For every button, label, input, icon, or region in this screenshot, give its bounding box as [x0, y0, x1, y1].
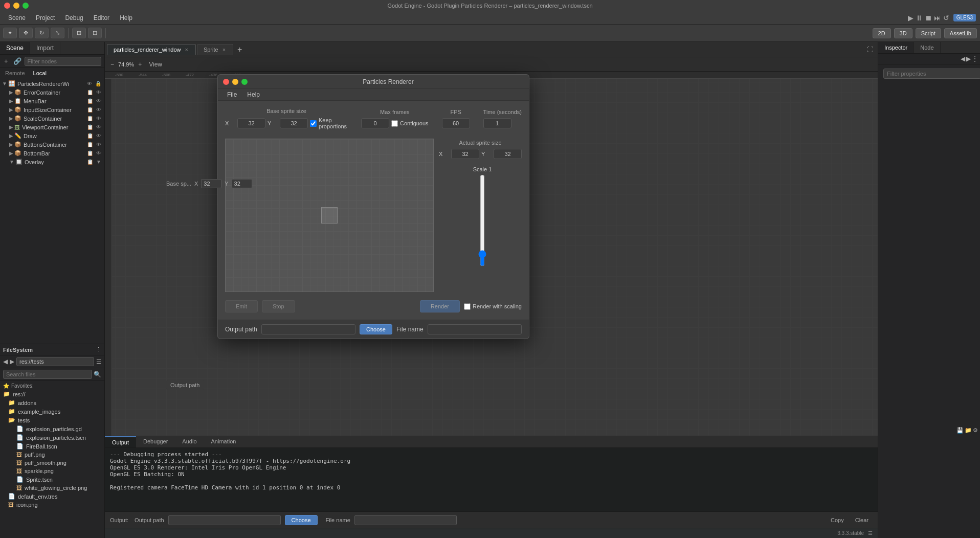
- emit-button[interactable]: Emit: [225, 300, 258, 312]
- dialog-menu-help[interactable]: Help: [242, 89, 265, 100]
- scene-add-btn[interactable]: +: [2, 56, 10, 66]
- zoom-minus-btn[interactable]: −: [108, 60, 117, 69]
- menu-help[interactable]: Help: [116, 13, 137, 23]
- step-button[interactable]: ⏭: [934, 14, 941, 22]
- dialog-canvas[interactable]: [225, 139, 434, 292]
- actual-x-input[interactable]: [451, 149, 479, 159]
- minimize-button[interactable]: [13, 3, 19, 9]
- toolbar-snap[interactable]: ⊞: [72, 28, 86, 38]
- fps-input[interactable]: [442, 118, 470, 128]
- fs-item-sprite-tscn[interactable]: 📄 Sprite.tscn: [0, 475, 104, 484]
- tab-sprite[interactable]: Sprite ×: [197, 44, 233, 55]
- inspector-save-btn[interactable]: 💾: [956, 427, 964, 434]
- output-tab-output[interactable]: Output: [105, 436, 136, 447]
- tab-particles-renderer[interactable]: particles_renderer_window ×: [107, 44, 196, 55]
- fs-item-explosion-gd[interactable]: 📄 explosion_particles.gd: [0, 424, 104, 433]
- tab-node[interactable]: Node: [914, 42, 940, 53]
- bottom-choose-button[interactable]: Choose: [285, 515, 318, 525]
- tree-item-buttons[interactable]: ▶ 📦 ButtonsContainer 📋👁: [0, 140, 104, 149]
- toolbar-grid[interactable]: ⊟: [88, 28, 102, 38]
- dialog-close-btn[interactable]: [223, 79, 229, 85]
- tree-item-viewport[interactable]: ▶ 🖼 ViewportContainer 📋👁: [0, 123, 104, 131]
- tab-remote[interactable]: Remote: [3, 70, 27, 77]
- output-tab-animation[interactable]: Animation: [204, 436, 243, 447]
- tree-item-scale[interactable]: ▶ 📦 ScaleContainer 📋👁: [0, 114, 104, 123]
- fullscreen-btn[interactable]: ⛶: [864, 45, 876, 54]
- scene-link-btn[interactable]: 🔗: [11, 56, 24, 66]
- tree-item-inputsize[interactable]: ▶ 📦 InputSizeContainer 📋👁: [0, 105, 104, 114]
- inspector-folder-btn[interactable]: 📁: [965, 427, 972, 434]
- mode-2d[interactable]: 2D: [873, 28, 891, 38]
- dialog-title-bar[interactable]: Particles Renderer: [218, 75, 529, 89]
- view-btn[interactable]: View: [146, 60, 165, 69]
- fs-item-white-glowing[interactable]: 🖼 white_glowing_circle.png: [0, 484, 104, 492]
- dialog-min-btn[interactable]: [232, 79, 238, 85]
- inspector-back-btn[interactable]: ◀: [961, 55, 965, 62]
- toolbar-rotate[interactable]: ↻: [35, 28, 49, 38]
- pause-button[interactable]: ⏸: [916, 14, 923, 22]
- search-files-input[interactable]: [3, 370, 92, 379]
- fs-item-puff[interactable]: 🖼 puff.png: [0, 451, 104, 459]
- close-button[interactable]: [4, 3, 10, 9]
- tab-inspector[interactable]: Inspector: [878, 42, 914, 53]
- tree-item-draw[interactable]: ▶ ✏️ Draw 📋👁: [0, 131, 104, 140]
- dialog-file-name-input[interactable]: [428, 324, 522, 334]
- inspector-options-btn[interactable]: ⋮: [972, 55, 978, 62]
- base-x-input[interactable]: [237, 118, 265, 128]
- tab-import[interactable]: Import: [30, 42, 60, 54]
- output-path-input[interactable]: [168, 515, 281, 525]
- tab-close-btn[interactable]: ×: [221, 47, 227, 53]
- tree-item-overlay[interactable]: ▼ 🔲 Overlay 📋▼: [0, 158, 104, 166]
- actual-y-input[interactable]: [494, 149, 522, 159]
- fs-item-puff-smooth[interactable]: 🖼 puff_smooth.png: [0, 459, 104, 467]
- mode-assetlib[interactable]: AssetLib: [944, 28, 977, 38]
- clear-button[interactable]: Clear: [851, 515, 873, 525]
- fs-item-default-env[interactable]: 📄 default_env.tres: [0, 492, 104, 501]
- max-frames-input[interactable]: [361, 118, 389, 128]
- render-with-scaling-check[interactable]: Render with scaling: [464, 303, 522, 310]
- base-y-input[interactable]: [280, 118, 308, 128]
- tab-close-btn[interactable]: ×: [184, 47, 189, 53]
- choose-button[interactable]: Choose: [360, 324, 392, 334]
- fs-item-icon[interactable]: 🖼 icon.png: [0, 501, 104, 509]
- filter-properties-input[interactable]: [883, 69, 980, 79]
- fs-item-addons[interactable]: 📁 addons: [0, 398, 104, 407]
- fs-options-btn[interactable]: ⋮: [96, 346, 101, 353]
- toolbar-scale[interactable]: ⤡: [51, 28, 64, 38]
- play-button[interactable]: ▶: [908, 14, 914, 22]
- loop-button[interactable]: ↺: [943, 14, 949, 22]
- copy-button[interactable]: Copy: [827, 515, 848, 525]
- tab-scene[interactable]: Scene: [0, 42, 30, 54]
- vp-y-input[interactable]: [232, 179, 252, 188]
- tree-item-error[interactable]: ▶ 📦 ErrorContainer 📋👁: [0, 88, 104, 97]
- mode-script[interactable]: Script: [916, 28, 941, 38]
- vp-x-input[interactable]: [201, 179, 221, 188]
- dialog-output-path-input[interactable]: [261, 324, 355, 334]
- add-tab-btn[interactable]: +: [234, 45, 245, 54]
- maximize-button[interactable]: [23, 3, 29, 9]
- menu-debug[interactable]: Debug: [61, 13, 87, 23]
- render-button[interactable]: Render: [420, 300, 460, 312]
- fs-item-example[interactable]: 📁 example_images: [0, 407, 104, 416]
- inspector-forward-btn[interactable]: ▶: [966, 55, 971, 62]
- fs-item-sparkle[interactable]: 🖼 sparkle.png: [0, 467, 104, 475]
- search-files-btn[interactable]: 🔍: [94, 371, 101, 378]
- contiguous-check[interactable]: Contiguous: [391, 120, 429, 127]
- zoom-plus-btn[interactable]: +: [136, 60, 144, 69]
- keep-proportions-check[interactable]: Keep proportions: [310, 117, 348, 129]
- mode-3d[interactable]: 3D: [894, 28, 912, 38]
- stop-button[interactable]: Stop: [262, 300, 295, 312]
- menu-scene[interactable]: Scene: [4, 13, 30, 23]
- fs-item-res[interactable]: 📁 res://: [0, 390, 104, 398]
- toolbar-select[interactable]: ✦: [3, 28, 17, 38]
- tree-item-menubar[interactable]: ▶ 📋 MenuBar 📋👁: [0, 97, 104, 105]
- file-name-input[interactable]: [354, 515, 457, 525]
- output-tab-audio[interactable]: Audio: [175, 436, 204, 447]
- dialog-max-btn[interactable]: [241, 79, 248, 85]
- menu-project[interactable]: Project: [32, 13, 59, 23]
- tree-item-bottombar[interactable]: ▶ 📦 BottomBar 📋👁: [0, 149, 104, 158]
- dialog-menu-file[interactable]: File: [222, 89, 242, 100]
- menu-editor[interactable]: Editor: [90, 13, 114, 23]
- tab-local[interactable]: Local: [31, 70, 49, 77]
- inspector-config-btn[interactable]: ⚙: [973, 427, 978, 434]
